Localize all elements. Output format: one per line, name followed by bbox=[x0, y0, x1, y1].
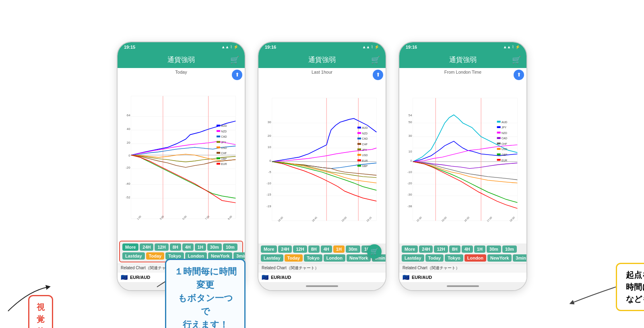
btn-24h-2[interactable]: 24H bbox=[278, 245, 292, 253]
svg-text:EUR: EUR bbox=[362, 159, 367, 162]
btn-1h-1[interactable]: 1H bbox=[195, 243, 206, 251]
chart-title-3: From London Time bbox=[399, 68, 526, 75]
svg-rect-25 bbox=[217, 146, 220, 148]
phone-1-wrapper: 19:15 ▲▲ ⌇ ⚡ 通貨強弱 🛒 Today ⬆ bbox=[117, 41, 246, 291]
btn-today-3[interactable]: Today bbox=[425, 254, 444, 262]
chart-title-1: Today bbox=[118, 68, 245, 75]
btn-more-1[interactable]: More bbox=[122, 243, 138, 251]
share-btn-3[interactable]: ⬆ bbox=[514, 70, 524, 80]
svg-text:AUD: AUD bbox=[221, 124, 227, 127]
svg-text:NZD: NZD bbox=[362, 132, 367, 134]
btn-row-2-2: Lastday Today Tokyo London NewYork 3min bbox=[261, 254, 383, 262]
status-time-3: 19:16 bbox=[406, 45, 417, 50]
btn-8h-1[interactable]: 8H bbox=[170, 243, 181, 251]
time-buttons-2: More 24H 12H 8H 4H 1H 30m 10m Lastday To… bbox=[258, 243, 386, 264]
svg-text:CAD: CAD bbox=[502, 137, 507, 140]
btn-4h-2[interactable]: 4H bbox=[321, 245, 332, 253]
svg-text:-20: -20 bbox=[407, 182, 412, 185]
svg-rect-99 bbox=[497, 132, 501, 134]
header-title-1: 通貨強弱 bbox=[167, 55, 195, 64]
header-cart-2[interactable]: 🛒 bbox=[371, 56, 380, 64]
svg-text:GBP: GBP bbox=[362, 165, 368, 167]
svg-text:-52: -52 bbox=[126, 195, 130, 199]
svg-text:50: 50 bbox=[409, 120, 412, 124]
btn-london-3[interactable]: London bbox=[464, 254, 486, 262]
header-cart-3[interactable]: 🛒 bbox=[512, 56, 521, 64]
time-buttons-3: More 24H 12H 8H 4H 1H 30m 10m Lastday To… bbox=[399, 243, 526, 264]
btn-1h-2[interactable]: 1H bbox=[333, 245, 345, 253]
svg-text:NZD: NZD bbox=[221, 130, 227, 132]
btn-london-2[interactable]: London bbox=[324, 254, 345, 262]
btn-lastday-1[interactable]: Lastday bbox=[122, 252, 145, 260]
btn-24h-1[interactable]: 24H bbox=[140, 243, 153, 251]
btn-30m-2[interactable]: 30m bbox=[346, 245, 360, 253]
btn-12h-2[interactable]: 12H bbox=[293, 245, 307, 253]
btn-3min-3[interactable]: 3min bbox=[513, 254, 526, 262]
svg-text:-40: -40 bbox=[126, 182, 130, 185]
status-bar-2: 19:16 ▲▲ ⌇ ⚡ bbox=[258, 42, 386, 52]
svg-text:AUD: AUD bbox=[502, 120, 507, 123]
svg-text:0: 0 bbox=[269, 159, 271, 162]
chart-area-3: From London Time ⬆ 54 50 bbox=[399, 68, 526, 290]
flag-eu-2: 🇪🇺 bbox=[262, 274, 268, 281]
btn-8h-3[interactable]: 8H bbox=[449, 245, 460, 253]
btn-30m-1[interactable]: 30m bbox=[207, 243, 222, 251]
app-header-1: 通貨強弱 🛒 bbox=[118, 52, 245, 68]
phone-2-wrapper: 19:16 ▲▲ ⌇ ⚡ 通貨強弱 🛒 Last 1hour ⬆ bbox=[258, 41, 386, 291]
btn-24h-3[interactable]: 24H bbox=[419, 245, 433, 253]
btn-lastday-3[interactable]: Lastday bbox=[402, 254, 424, 262]
btn-newyork-3[interactable]: NewYork bbox=[487, 254, 512, 262]
svg-rect-103 bbox=[497, 142, 501, 144]
svg-text:JPY: JPY bbox=[362, 148, 367, 151]
btn-8h-2[interactable]: 8H bbox=[308, 245, 320, 253]
svg-text:-10: -10 bbox=[407, 170, 412, 173]
btn-4h-1[interactable]: 4H bbox=[182, 243, 194, 251]
svg-text:JPY: JPY bbox=[221, 141, 226, 144]
btn-row-3-1: More 24H 12H 8H 4H 1H 30m 10m bbox=[402, 245, 524, 253]
svg-text:-38: -38 bbox=[407, 204, 412, 208]
status-bar-1: 19:15 ▲▲ ⌇ ⚡ bbox=[118, 42, 245, 52]
btn-newyork-1[interactable]: NewYork bbox=[208, 252, 232, 260]
btn-row-3-2: Lastday Today Tokyo London NewYork 3min bbox=[402, 254, 524, 262]
status-time-2: 19:16 bbox=[265, 45, 276, 50]
btn-more-3[interactable]: More bbox=[402, 245, 418, 253]
svg-text:NZD: NZD bbox=[502, 131, 507, 134]
arrow-3 bbox=[568, 279, 620, 311]
svg-text:64: 64 bbox=[127, 113, 130, 117]
pair-label-3: EUR/AUD bbox=[412, 275, 432, 280]
svg-rect-17 bbox=[217, 124, 220, 126]
btn-1h-3[interactable]: 1H bbox=[474, 245, 485, 253]
btn-newyork-2[interactable]: NewYork bbox=[347, 254, 371, 262]
share-btn-1[interactable]: ⬆ bbox=[232, 70, 242, 80]
svg-text:54: 54 bbox=[409, 113, 412, 117]
chart-svg-3: 54 50 30 10 0 -10 -20 -30 -38 bbox=[399, 75, 526, 243]
status-icons-3: ▲▲ ⌇ ⚡ bbox=[503, 45, 520, 49]
btn-10m-3[interactable]: 10m bbox=[502, 245, 517, 253]
share-btn-2[interactable]: ⬆ bbox=[373, 70, 383, 80]
svg-text:USD: USD bbox=[221, 146, 227, 149]
btn-12h-1[interactable]: 12H bbox=[155, 243, 168, 251]
chart-area-2: Last 1hour ⬆ 30 20 bbox=[258, 68, 386, 290]
btn-row-1-1: More 24H 12H 8H 4H 1H 30m 10m bbox=[122, 243, 240, 251]
svg-text:40: 40 bbox=[127, 127, 130, 131]
btn-row-2-1: More 24H 12H 8H 4H 1H 30m 10m bbox=[261, 245, 383, 253]
btn-today-2[interactable]: Today bbox=[285, 254, 303, 262]
bottom-cart-btn-2[interactable]: 🛒 bbox=[367, 244, 382, 259]
related-chart-label-2: Related Chart（関連チャート） bbox=[258, 264, 386, 272]
btn-3min-1[interactable]: 3min bbox=[233, 252, 245, 260]
btn-10m-1[interactable]: 10m bbox=[223, 243, 237, 251]
svg-text:30: 30 bbox=[409, 134, 412, 137]
btn-30m-3[interactable]: 30m bbox=[487, 245, 501, 253]
btn-more-2[interactable]: More bbox=[261, 245, 277, 253]
related-chart-label-3: Related Chart（関連チャート） bbox=[399, 264, 526, 272]
btn-4h-3[interactable]: 4H bbox=[462, 245, 473, 253]
btn-lastday-2[interactable]: Lastday bbox=[261, 254, 283, 262]
svg-rect-31 bbox=[217, 163, 220, 165]
btn-12h-3[interactable]: 12H bbox=[434, 245, 448, 253]
flag-eu-1: 🇪🇺 bbox=[121, 274, 128, 281]
svg-rect-107 bbox=[497, 153, 501, 155]
btn-tokyo-2[interactable]: Tokyo bbox=[304, 254, 322, 262]
svg-text:-10: -10 bbox=[266, 182, 271, 185]
header-cart-1[interactable]: 🛒 bbox=[230, 56, 239, 64]
btn-tokyo-3[interactable]: Tokyo bbox=[445, 254, 463, 262]
